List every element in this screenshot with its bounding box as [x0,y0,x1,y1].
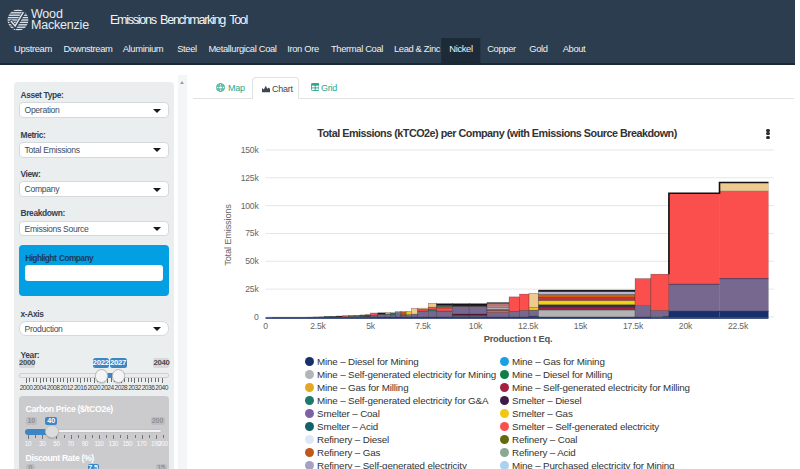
svg-text:0: 0 [263,321,268,331]
svg-text:22.5k: 22.5k [728,321,749,331]
svg-text:0: 0 [254,312,259,322]
svg-text:15k: 15k [574,321,588,331]
svg-text:150k: 150k [241,145,260,155]
svg-text:7.5k: 7.5k [415,321,431,331]
svg-text:5k: 5k [366,321,376,331]
svg-text:25k: 25k [245,284,259,294]
svg-text:75k: 75k [245,228,259,238]
svg-text:100k: 100k [241,201,260,211]
svg-text:125k: 125k [241,173,260,183]
svg-text:17.5k: 17.5k [623,321,644,331]
svg-text:10k: 10k [469,321,483,331]
svg-text:2.5k: 2.5k [310,321,326,331]
svg-text:12.5k: 12.5k [518,321,539,331]
svg-text:50k: 50k [245,256,259,266]
svg-text:20k: 20k [679,321,693,331]
